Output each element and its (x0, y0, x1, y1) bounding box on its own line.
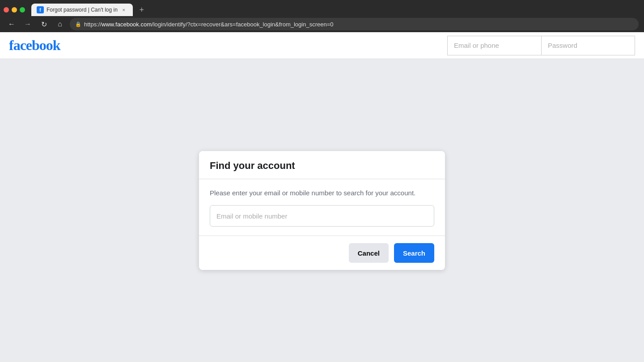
address-text: https://www.facebook.com/login/identify/… (84, 21, 334, 28)
tab-close-button[interactable]: × (120, 6, 127, 13)
site-header: facebook (0, 32, 644, 59)
lock-icon: 🔒 (75, 21, 81, 27)
address-bar[interactable]: 🔒 https://www.facebook.com/login/identif… (70, 18, 639, 30)
facebook-logo: facebook (9, 37, 60, 54)
maximize-button[interactable] (20, 7, 25, 13)
dialog-title: Find your account (210, 160, 434, 172)
browser-chrome: f Forgot password | Can't log in × + ← →… (0, 0, 644, 32)
browser-tab[interactable]: f Forgot password | Can't log in × (31, 4, 133, 16)
dialog-body: Please enter your email or mobile number… (199, 179, 445, 236)
search-button[interactable]: Search (394, 243, 434, 263)
tab-bar: f Forgot password | Can't log in × + (0, 0, 644, 16)
header-inputs (447, 36, 635, 55)
email-mobile-input[interactable] (210, 205, 434, 227)
page-wrapper: facebook Find your account Please enter … (0, 32, 644, 362)
refresh-button[interactable]: ↻ (38, 18, 50, 30)
address-bar-row: ← → ↻ ⌂ 🔒 https://www.facebook.com/login… (0, 16, 644, 32)
dialog-footer: Cancel Search (199, 236, 445, 270)
tab-title: Forgot password | Can't log in (47, 7, 118, 13)
close-button[interactable] (4, 7, 9, 13)
new-tab-button[interactable]: + (136, 4, 148, 16)
tab-favicon: f (37, 6, 44, 13)
minimize-button[interactable] (12, 7, 17, 13)
header-password-input[interactable] (541, 36, 635, 55)
traffic-lights (4, 7, 25, 13)
main-content: Find your account Please enter your emai… (0, 59, 644, 362)
header-email-input[interactable] (447, 36, 541, 55)
dialog-description: Please enter your email or mobile number… (210, 188, 434, 198)
forward-button[interactable]: → (21, 18, 34, 30)
find-account-dialog: Find your account Please enter your emai… (199, 151, 445, 270)
cancel-button[interactable]: Cancel (349, 243, 389, 263)
back-button[interactable]: ← (5, 18, 18, 30)
dialog-header: Find your account (199, 151, 445, 179)
home-button[interactable]: ⌂ (54, 18, 66, 30)
